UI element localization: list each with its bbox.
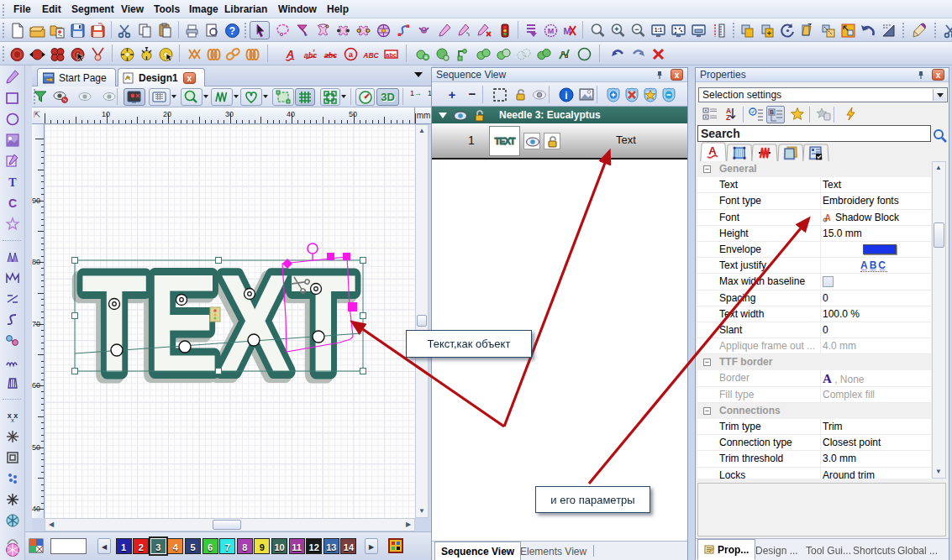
svg-text:T: T xyxy=(8,176,17,189)
svg-text:abc: abc xyxy=(386,50,397,58)
svg-text:i: i xyxy=(565,90,567,102)
svg-text:1:1: 1:1 xyxy=(654,27,662,33)
svg-text:A: A xyxy=(824,213,830,222)
svg-text:x: x xyxy=(11,417,14,423)
svg-text:A: A xyxy=(285,47,293,60)
svg-text:a: a xyxy=(348,50,353,59)
svg-text:C: C xyxy=(8,196,17,210)
svg-text:B: B xyxy=(770,109,774,115)
svg-text:ABC: ABC xyxy=(363,50,379,59)
svg-text:−: − xyxy=(634,25,639,34)
svg-text:Z: Z xyxy=(726,113,730,122)
svg-text:TEXT: TEXT xyxy=(82,245,356,400)
svg-text:−: − xyxy=(469,86,476,101)
svg-text:V: V xyxy=(421,27,426,34)
svg-text:+: + xyxy=(766,29,771,37)
svg-text:M: M xyxy=(547,27,554,35)
svg-text:+: + xyxy=(449,87,456,102)
svg-text:+: + xyxy=(423,55,427,60)
svg-text:?: ? xyxy=(229,25,234,37)
svg-text:+: + xyxy=(614,25,618,34)
